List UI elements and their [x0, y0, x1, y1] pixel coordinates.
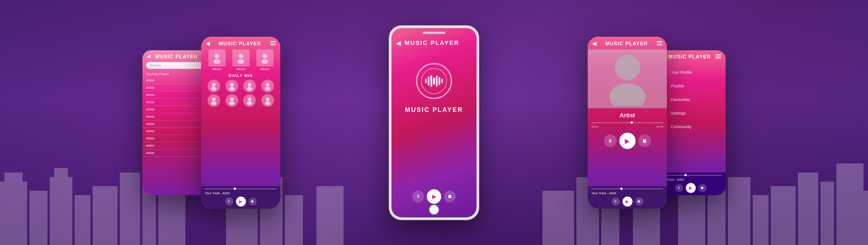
artist-silhouette — [605, 52, 650, 106]
app-title-5: MUSIC PLAYER — [668, 54, 711, 59]
controls-5: ⏸ ▶ ⏹ — [659, 183, 722, 193]
menu-icon-2[interactable] — [270, 41, 276, 45]
avatar-8[interactable] — [261, 94, 274, 107]
svg-point-48 — [265, 101, 270, 105]
back-icon-4[interactable]: ◀ — [592, 40, 596, 47]
avatar-4[interactable] — [261, 80, 274, 92]
stop-button-4[interactable]: ⏹ — [638, 135, 651, 147]
avatar-3[interactable] — [243, 80, 256, 92]
svg-point-34 — [211, 87, 217, 91]
phone-albums: ◀ MUSIC PLAYER — [201, 37, 280, 209]
pause-button-2[interactable]: ⏸ — [225, 197, 233, 206]
track-label-4: Your Track - Artist — [591, 192, 663, 195]
album-label-3: Album — [260, 67, 269, 71]
progress-dot-5 — [684, 174, 687, 176]
menu-icon-4[interactable] — [657, 41, 662, 45]
svg-point-35 — [230, 83, 234, 86]
svg-point-41 — [212, 97, 216, 101]
stop-button-5[interactable]: ⏹ — [698, 184, 707, 192]
album-thumb-1 — [208, 49, 226, 67]
pause-button-4b[interactable]: ⏸ — [612, 197, 620, 206]
avatar-2[interactable] — [226, 80, 238, 92]
bottom-controls-4: ⏸ ▶ ⏹ — [591, 197, 663, 207]
screen-content-4: ◀ MUSIC PLAYER Artist — [588, 37, 667, 209]
time-start-4: 01:00 — [591, 125, 598, 128]
stop-button-4b[interactable]: ⏹ — [635, 197, 643, 206]
app-name-big: MUSIC PLAYER — [392, 106, 476, 113]
main-scene: ◀ MUSIC PLAYER Search Recently Played Ar… — [0, 0, 868, 245]
avatar-7[interactable] — [243, 94, 256, 107]
svg-rect-54 — [436, 76, 438, 86]
svg-point-36 — [229, 87, 235, 91]
profile-label: Your Profile — [671, 70, 692, 75]
svg-point-29 — [238, 53, 243, 58]
play-button-4b[interactable]: ▶ — [623, 197, 632, 207]
stop-button-3[interactable]: ⏹ — [444, 191, 456, 202]
svg-rect-56 — [441, 79, 443, 83]
play-button-3[interactable]: ▶ — [427, 189, 441, 204]
pause-button-4[interactable]: ⏸ — [604, 135, 617, 147]
playlist-label: Playlist — [671, 84, 684, 88]
svg-point-38 — [247, 87, 252, 91]
app-title-4: MUSIC PLAYER — [605, 41, 648, 46]
album-label-1: Album — [212, 67, 222, 71]
play-button-2[interactable]: ▶ — [236, 197, 246, 207]
app-title-2: MUSIC PLAYER — [219, 41, 261, 46]
app-title-3: MUSIC PLAYER — [405, 39, 459, 46]
avatar-icon-6 — [227, 96, 236, 105]
pb-4b[interactable] — [591, 188, 663, 189]
time-end-4: 03:45 — [656, 125, 663, 128]
avatar-icon-3 — [245, 82, 254, 91]
avatar-row-2 — [201, 94, 280, 107]
screen-content-2: ◀ MUSIC PLAYER — [201, 37, 280, 209]
pause-button-5[interactable]: ⏸ — [675, 184, 683, 192]
back-icon-1[interactable]: ◀ — [147, 54, 151, 59]
progress-bar-5[interactable] — [659, 175, 722, 176]
svg-point-40 — [265, 87, 270, 91]
home-btn-circle — [429, 205, 439, 215]
svg-point-46 — [247, 101, 252, 105]
progress-bar-4[interactable] — [591, 122, 663, 123]
play-button-5[interactable]: ▶ — [686, 183, 696, 193]
avatar-row-1 — [201, 80, 280, 92]
svg-point-42 — [211, 101, 217, 105]
album-thumb-2 — [232, 49, 250, 67]
avatar-1[interactable] — [208, 80, 220, 92]
avatar-icon-2 — [227, 82, 236, 91]
header-2: ◀ MUSIC PLAYER — [201, 37, 280, 49]
album-thumb-3 — [256, 49, 274, 67]
svg-point-33 — [212, 83, 216, 86]
pd-4b — [620, 187, 623, 190]
artist-photo — [588, 49, 667, 108]
time-row-4: 01:00 03:45 — [588, 125, 667, 128]
album-item-1[interactable]: Album — [208, 49, 226, 71]
phone-artist: ◀ MUSIC PLAYER Artist — [588, 37, 667, 209]
album-item-2[interactable]: Album — [232, 49, 250, 71]
svg-point-39 — [266, 83, 269, 86]
search-box-1[interactable]: Search — [146, 62, 209, 69]
svg-point-30 — [237, 59, 245, 63]
back-icon-2[interactable]: ◀ — [206, 40, 210, 47]
svg-point-47 — [266, 97, 269, 101]
progress-dot-2 — [234, 187, 236, 190]
phone-main-player: ◀ MUSIC PLAYER — [389, 25, 479, 220]
stop-button-2[interactable]: ⏹ — [249, 197, 257, 206]
progress-bar-2[interactable] — [205, 188, 277, 189]
avatar-5[interactable] — [208, 94, 220, 107]
svg-point-32 — [261, 59, 269, 63]
music-icon-wrapper — [392, 63, 476, 99]
pause-button-3[interactable]: ⏸ — [412, 191, 424, 202]
menu-icon-5[interactable] — [716, 54, 721, 58]
progress-dot-4 — [631, 121, 633, 124]
avatar-6[interactable] — [226, 94, 238, 107]
album-label-2: Album — [236, 67, 245, 71]
controls-3: ⏸ ▶ ⏹ — [392, 189, 476, 204]
avatar-icon-1 — [209, 82, 218, 91]
track-label-5: Your Track - Artist — [659, 178, 722, 181]
back-icon-3[interactable]: ◀ — [396, 39, 401, 47]
svg-point-43 — [230, 97, 234, 101]
avatar-icon-7 — [245, 96, 254, 105]
home-button-3[interactable] — [429, 205, 439, 215]
album-item-3[interactable]: Album — [256, 49, 274, 71]
play-button-4[interactable]: ▶ — [619, 133, 636, 149]
